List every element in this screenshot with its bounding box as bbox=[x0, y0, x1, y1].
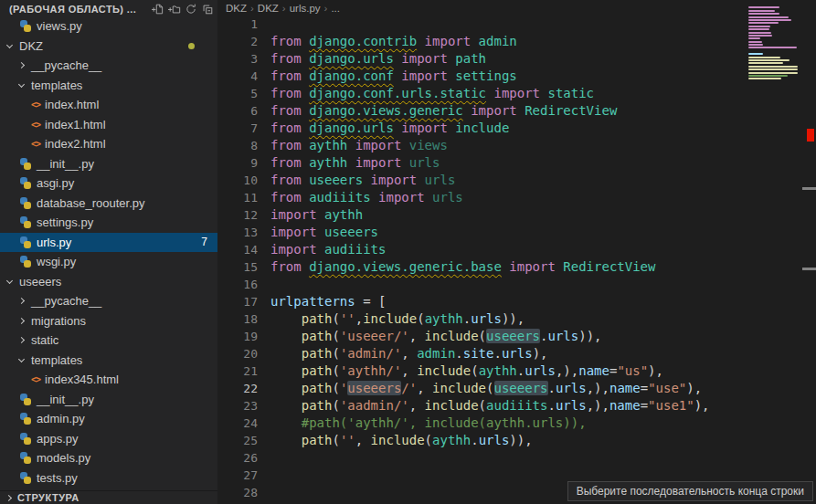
code-line[interactable]: 13import useeers bbox=[217, 224, 816, 241]
breadcrumb-item[interactable]: ... bbox=[331, 3, 340, 14]
tree-item-pycache[interactable]: __pycache__ bbox=[0, 291, 217, 311]
new-file-icon[interactable] bbox=[152, 3, 164, 16]
outline-section-header[interactable]: СТРУКТУРА bbox=[0, 490, 217, 504]
line-number[interactable]: 28 bbox=[217, 484, 258, 501]
line-number[interactable]: 20 bbox=[217, 345, 258, 362]
line-number[interactable]: 15 bbox=[217, 258, 258, 276]
code-line[interactable]: 11from audiiits import urls bbox=[217, 189, 816, 206]
html-file-icon: <> bbox=[31, 139, 40, 149]
code-line[interactable]: 23 path('aadmin/', include(audiiits.urls… bbox=[217, 397, 816, 415]
code-line[interactable]: 2from django.contrib import admin bbox=[217, 33, 816, 50]
line-number[interactable]: 27 bbox=[217, 467, 258, 484]
tree-item-database-roouter-py[interactable]: database_roouter.py bbox=[0, 194, 217, 214]
line-number[interactable]: 12 bbox=[217, 206, 258, 224]
line-number[interactable]: 5 bbox=[217, 85, 258, 102]
breadcrumb-item[interactable]: DKZ bbox=[226, 3, 247, 14]
line-number[interactable]: 4 bbox=[217, 68, 258, 85]
line-number[interactable]: 10 bbox=[217, 172, 258, 189]
code-line[interactable]: 5from django.conf.urls.static import sta… bbox=[217, 85, 816, 102]
tree-item-dkz[interactable]: DKZ bbox=[0, 37, 217, 57]
line-number[interactable]: 13 bbox=[217, 224, 258, 241]
code-line[interactable]: 7from django.urls import include bbox=[217, 120, 816, 137]
tree-item-views-py[interactable]: views.py bbox=[0, 16, 217, 37]
code-line[interactable]: 17urlpatterns = [ bbox=[217, 293, 816, 310]
line-number[interactable]: 9 bbox=[217, 154, 258, 172]
line-number[interactable]: 3 bbox=[217, 50, 258, 68]
code-line[interactable]: 12import aythh bbox=[217, 206, 816, 224]
overview-ruler[interactable] bbox=[802, 0, 816, 504]
tree-item-pycache[interactable]: __pycache__ bbox=[0, 56, 217, 76]
code-text: #path('aythh/', include(aythh.urls)), bbox=[258, 415, 587, 432]
minimap-line bbox=[748, 68, 798, 70]
line-number[interactable]: 17 bbox=[217, 293, 258, 310]
tree-item-label: wsgi.py bbox=[37, 255, 76, 268]
tree-item-apps-py[interactable]: apps.py bbox=[0, 429, 217, 449]
line-number[interactable]: 24 bbox=[217, 415, 258, 432]
tree-item-useeers[interactable]: useeers bbox=[0, 272, 217, 292]
tree-item-urls-py[interactable]: urls.py7 bbox=[0, 233, 217, 253]
code-line[interactable]: 3from django.urls import path bbox=[217, 50, 816, 68]
line-number[interactable]: 14 bbox=[217, 241, 258, 258]
line-number[interactable]: 18 bbox=[217, 310, 258, 328]
eol-tooltip: Выберите последовательность конца строки bbox=[567, 481, 813, 501]
tree-item-settings-py[interactable]: settings.py bbox=[0, 213, 217, 233]
line-number[interactable]: 7 bbox=[217, 120, 258, 137]
collapse-all-icon[interactable] bbox=[201, 3, 214, 16]
line-number[interactable]: 1 bbox=[217, 16, 258, 33]
breadcrumb-item[interactable]: urls.py bbox=[290, 3, 321, 14]
code-text bbox=[258, 16, 270, 33]
line-number[interactable]: 6 bbox=[217, 102, 258, 120]
tree-item-templates[interactable]: templates bbox=[0, 76, 217, 96]
code-line[interactable]: 8from aythh import views bbox=[217, 137, 816, 154]
code-line[interactable]: 22 path('useeers/', include(useeers.urls… bbox=[217, 380, 816, 397]
tree-item-index2-html[interactable]: <>index2.html bbox=[0, 134, 217, 154]
tree-item-index-html[interactable]: <>index.html bbox=[0, 95, 217, 115]
code-line[interactable]: 16 bbox=[217, 276, 816, 293]
code-line[interactable]: 4from django.conf import settings bbox=[217, 68, 816, 85]
code-line[interactable]: 24 #path('aythh/', include(aythh.urls)), bbox=[217, 415, 816, 432]
tree-item-label: models.py bbox=[37, 451, 90, 465]
tree-item-index345-html[interactable]: <>index345.html bbox=[0, 370, 217, 390]
breadcrumb-item[interactable]: DKZ bbox=[258, 3, 279, 14]
line-number[interactable]: 26 bbox=[217, 449, 258, 467]
tree-item-models-py[interactable]: models.py bbox=[0, 448, 217, 468]
code-line[interactable]: 20 path('admin/', admin.site.urls), bbox=[217, 345, 816, 362]
line-number[interactable]: 19 bbox=[217, 328, 258, 345]
tree-item-init-py[interactable]: __init__.py bbox=[0, 154, 217, 174]
tree-item-tests-py[interactable]: tests.py bbox=[0, 468, 217, 488]
code-line[interactable]: 14import audiiits bbox=[217, 241, 816, 258]
tree-item-index1-html[interactable]: <>index1.html bbox=[0, 115, 217, 135]
code-line[interactable]: 10from useeers import urls bbox=[217, 172, 816, 189]
minimap[interactable] bbox=[748, 4, 801, 90]
line-number[interactable]: 23 bbox=[217, 397, 258, 415]
explorer-section-header[interactable]: (РАБОЧАЯ ОБЛАСТЬ) ... bbox=[0, 0, 217, 16]
tree-item-admin-py[interactable]: admin.py bbox=[0, 409, 217, 429]
code-line[interactable]: 15from django.views.generic.base import … bbox=[217, 258, 816, 276]
code-line[interactable]: 26 bbox=[217, 449, 816, 467]
code-text: from audiiits import urls bbox=[258, 189, 463, 206]
code-line[interactable]: 18 path('',include(aythh.urls)), bbox=[217, 310, 816, 328]
line-number[interactable]: 22 bbox=[217, 380, 258, 397]
code-line[interactable]: 19 path('useeer/', include(useeers.urls)… bbox=[217, 328, 816, 345]
line-number[interactable]: 16 bbox=[217, 276, 258, 293]
code-line[interactable]: 21 path('aythh/', include(aythh.urls,),n… bbox=[217, 362, 816, 380]
code-line[interactable]: 9from aythh import urls bbox=[217, 154, 816, 172]
python-file-icon bbox=[19, 177, 31, 189]
tree-item-static[interactable]: static bbox=[0, 331, 217, 351]
tree-item-asgi-py[interactable]: asgi.py bbox=[0, 173, 217, 194]
new-folder-icon[interactable] bbox=[168, 3, 181, 16]
tree-item-migrations[interactable]: migrations bbox=[0, 311, 217, 331]
line-number[interactable]: 21 bbox=[217, 362, 258, 380]
tree-item-templates[interactable]: templates bbox=[0, 351, 217, 371]
code-line[interactable]: 1 bbox=[217, 16, 816, 33]
tree-item-init-py[interactable]: __init__.py bbox=[0, 390, 217, 410]
code-line[interactable]: 6from django.views.generic import Redire… bbox=[217, 102, 816, 120]
line-number[interactable]: 25 bbox=[217, 432, 258, 449]
code-line[interactable]: 25 path('', include(aythh.urls)), bbox=[217, 432, 816, 449]
line-number[interactable]: 11 bbox=[217, 189, 258, 206]
code-text bbox=[258, 484, 270, 501]
tree-item-wsgi-py[interactable]: wsgi.py bbox=[0, 252, 217, 272]
line-number[interactable]: 2 bbox=[217, 33, 258, 50]
line-number[interactable]: 8 bbox=[217, 137, 258, 154]
refresh-icon[interactable] bbox=[185, 3, 197, 16]
